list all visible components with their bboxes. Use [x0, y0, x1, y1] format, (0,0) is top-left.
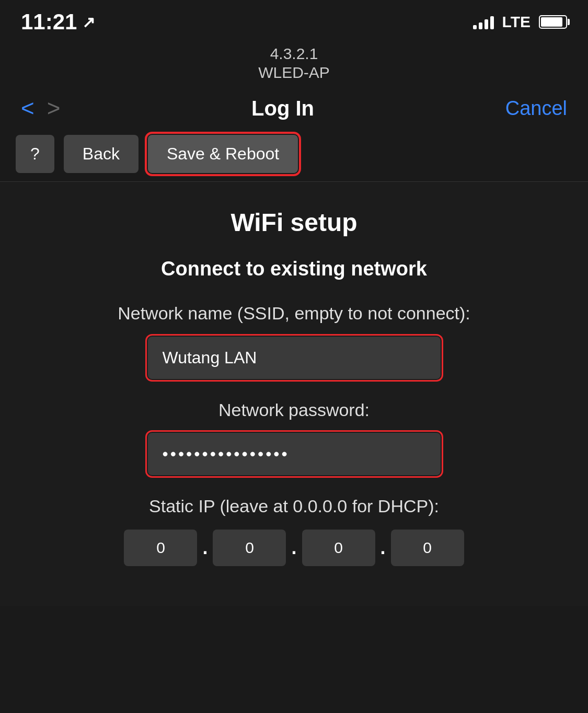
ip-row: . . . — [31, 530, 557, 566]
toolbar: ? Back Save & Reboot — [0, 126, 588, 182]
battery-indicator — [539, 15, 567, 29]
signal-bar-4 — [490, 16, 494, 29]
address-name: WLED-AP — [10, 64, 578, 82]
password-label: Network password: — [31, 398, 557, 423]
save-reboot-button[interactable]: Save & Reboot — [148, 135, 298, 173]
status-right: LTE — [473, 13, 567, 31]
nav-title: Log In — [60, 97, 505, 120]
ssid-label: Network name (SSID, empty to not connect… — [31, 301, 557, 326]
time-display: 11:21 — [21, 9, 77, 34]
ssid-field-group: Network name (SSID, empty to not connect… — [31, 301, 557, 379]
signal-bars — [473, 15, 494, 29]
static-ip-field-group: Static IP (leave at 0.0.0.0 for DHCP): .… — [31, 494, 557, 566]
ip-dot-1: . — [202, 537, 207, 559]
status-time: 11:21 ↗ — [21, 9, 95, 34]
status-bar: 11:21 ↗ LTE — [0, 0, 588, 40]
ip-segment-2[interactable] — [213, 530, 286, 566]
battery-fill — [541, 17, 562, 27]
section-title: WiFi setup — [31, 208, 557, 237]
back-button[interactable]: Back — [64, 135, 139, 173]
ip-dot-3: . — [381, 537, 386, 559]
ip-dot-2: . — [291, 537, 296, 559]
main-content: WiFi setup Connect to existing network N… — [0, 182, 588, 606]
signal-bar-2 — [479, 22, 482, 29]
nav-bar: < > Log In Cancel — [0, 90, 588, 126]
lte-indicator: LTE — [502, 13, 531, 31]
address-ip: 4.3.2.1 — [10, 45, 578, 63]
ip-segment-1[interactable] — [124, 530, 197, 566]
back-arrow[interactable]: < — [21, 95, 34, 121]
ssid-input[interactable] — [148, 337, 441, 379]
signal-bar-3 — [485, 19, 488, 29]
static-ip-label: Static IP (leave at 0.0.0.0 for DHCP): — [31, 494, 557, 519]
subsection-title: Connect to existing network — [31, 258, 557, 280]
address-bar: 4.3.2.1 WLED-AP — [0, 40, 588, 90]
forward-arrow[interactable]: > — [47, 95, 61, 121]
ip-segment-4[interactable] — [391, 530, 464, 566]
signal-bar-1 — [473, 25, 477, 29]
password-input[interactable] — [148, 433, 441, 475]
help-button[interactable]: ? — [16, 135, 54, 173]
cancel-button[interactable]: Cancel — [505, 97, 567, 120]
ip-segment-3[interactable] — [302, 530, 375, 566]
location-icon: ↗ — [82, 13, 95, 31]
password-field-group: Network password: — [31, 398, 557, 476]
nav-left: < > — [21, 95, 60, 121]
